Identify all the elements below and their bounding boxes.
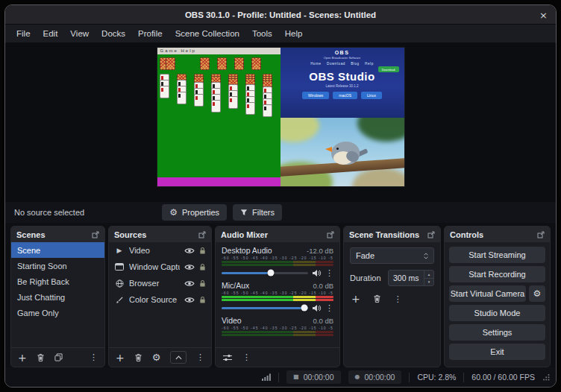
controls-dock-title: Controls <box>450 230 483 239</box>
card-column <box>177 74 187 104</box>
add-transition-button[interactable]: + <box>351 294 360 304</box>
eye-icon[interactable] <box>184 280 195 287</box>
card-column <box>160 74 169 98</box>
menu-item-view[interactable]: View <box>64 27 95 40</box>
transitions-dock-header[interactable]: Scene Transitions <box>344 227 440 242</box>
scenes-dock-title: Scenes <box>16 230 46 239</box>
volume-slider[interactable] <box>222 307 308 309</box>
properties-button[interactable]: ⚙ Properties <box>162 204 227 221</box>
source-row[interactable]: Color Source <box>109 291 211 308</box>
studio-mode-button[interactable]: Studio Mode <box>449 305 545 321</box>
speaker-icon[interactable] <box>312 269 322 277</box>
resize-grip-icon[interactable] <box>542 373 550 381</box>
remove-scene-button[interactable] <box>37 353 45 362</box>
settings-button[interactable]: Settings <box>449 324 545 341</box>
chevron-down-icon <box>421 252 431 260</box>
menu-item-docks[interactable]: Docks <box>95 27 131 40</box>
card-column <box>211 74 221 113</box>
spin-up-button[interactable]: ▴ <box>424 271 433 278</box>
lock-icon[interactable] <box>199 247 206 255</box>
remove-transition-button[interactable] <box>373 294 381 303</box>
advanced-audio-button[interactable] <box>222 353 233 362</box>
volume-slider[interactable] <box>222 272 308 274</box>
lock-icon[interactable] <box>199 279 206 288</box>
site-button-windows: Windows <box>302 92 329 99</box>
eye-icon[interactable] <box>184 297 195 303</box>
add-source-button[interactable]: + <box>116 353 125 363</box>
foliage-blob <box>357 118 404 142</box>
site-button-linux: Linux <box>361 92 382 99</box>
playing-card <box>263 104 272 117</box>
audio-mixer-dock-header[interactable]: Audio Mixer <box>216 227 339 242</box>
close-button[interactable]: × <box>539 5 548 25</box>
speaker-icon[interactable] <box>312 304 322 312</box>
spin-down-button[interactable]: ▾ <box>424 278 433 286</box>
menu-item-help[interactable]: Help <box>279 27 309 40</box>
lock-icon[interactable] <box>199 263 206 271</box>
transition-menu-button[interactable]: ⋮ <box>394 295 402 303</box>
virtual-camera-settings-button[interactable]: ⚙ <box>529 285 545 302</box>
scene-item[interactable]: Be Right Back <box>11 274 104 289</box>
menu-item-tools[interactable]: Tools <box>246 27 278 40</box>
filters-button[interactable]: Filters <box>233 204 282 221</box>
mixer-channel-video: Video 0.0 dB -60 -55 -50 -45 -40 -35 -30… <box>222 316 333 336</box>
status-bar: ■ 00:00:00 ● 00:00:00 CPU: 2.8% 60.00 / … <box>5 367 556 387</box>
duration-spinbox[interactable]: 300 ms ▴ ▾ <box>388 270 434 286</box>
source-row[interactable]: Browser <box>109 275 211 291</box>
scene-item[interactable]: Starting Soon <box>11 258 104 274</box>
channel-menu-button[interactable]: ⋮ <box>325 269 333 277</box>
scene-item[interactable]: Just Chatting <box>11 289 104 305</box>
title-bar[interactable]: OBS 30.1.0 - Profile: Untitled - Scenes:… <box>5 5 556 25</box>
scenes-menu-button[interactable]: ⋮ <box>90 353 98 361</box>
eye-icon[interactable] <box>184 247 195 254</box>
add-scene-button[interactable]: + <box>18 353 27 363</box>
playing-card <box>177 92 187 104</box>
mixer-channel-list: Desktop Audio -12.0 dB -60 -55 -50 -45 -… <box>216 242 339 340</box>
menu-item-file[interactable]: File <box>10 27 37 40</box>
source-row[interactable]: Window Captur <box>109 259 211 275</box>
exit-button[interactable]: Exit <box>449 344 545 360</box>
move-source-up-button[interactable] <box>170 351 187 364</box>
channel-menu-button[interactable]: ⋮ <box>325 304 333 312</box>
mixer-menu-button[interactable]: ⋮ <box>242 353 251 361</box>
transitions-dock-title: Scene Transitions <box>349 230 419 239</box>
popout-dock-icon <box>537 231 545 238</box>
scene-item-selected[interactable]: Scene <box>11 242 104 258</box>
source-properties-button[interactable]: ⚙ <box>152 352 161 363</box>
source-row[interactable]: ▶ Video <box>109 242 211 259</box>
controls-dock: Controls Start Streaming Start Recording… <box>444 226 551 367</box>
scene-item[interactable]: Game Only <box>11 305 104 320</box>
start-virtual-camera-button[interactable]: Start Virtual Camera <box>449 285 526 302</box>
bird-eye <box>336 148 339 150</box>
menu-item-edit[interactable]: Edit <box>37 27 64 40</box>
controls-dock-header[interactable]: Controls <box>445 227 550 242</box>
site-nav: Home Download Blog Help <box>280 62 404 66</box>
volume-ticks: -60 -55 -50 -45 -40 -35 -30 -25 -20 -15 … <box>222 326 333 330</box>
source-list: ▶ Video Window Captur <box>109 242 211 308</box>
sources-dock-header[interactable]: Sources <box>109 227 211 242</box>
start-streaming-button[interactable]: Start Streaming <box>449 247 545 263</box>
sources-menu-button[interactable]: ⋮ <box>196 353 204 361</box>
lock-icon[interactable] <box>199 296 206 304</box>
eye-icon[interactable] <box>184 264 195 271</box>
slider-knob[interactable] <box>301 305 308 312</box>
mixer-channel-mic-aux: Mic/Aux 0.0 dB -60 -55 -50 -45 -40 -35 -… <box>222 281 333 312</box>
menu-item-scene-collection[interactable]: Scene Collection <box>169 27 245 40</box>
bird-preview <box>280 118 404 186</box>
source-label: Browser <box>129 279 180 288</box>
preview-area: Game Help <box>5 42 556 202</box>
playing-card <box>228 96 238 109</box>
transition-selected-value: Fade <box>356 251 421 260</box>
source-label: Window Captur <box>129 262 180 271</box>
preview-canvas[interactable]: Game Help <box>157 48 404 186</box>
remove-source-button[interactable] <box>134 353 142 362</box>
start-recording-button[interactable]: Start Recording <box>449 266 545 282</box>
transition-select[interactable]: Fade <box>350 247 434 264</box>
duplicate-scene-button[interactable] <box>54 353 63 361</box>
menu-item-profile[interactable]: Profile <box>132 27 169 40</box>
slider-knob[interactable] <box>268 270 275 276</box>
recording-timer: ■ 00:00:00 <box>286 370 340 384</box>
scenes-dock-header[interactable]: Scenes <box>11 227 104 242</box>
popout-dock-icon <box>198 231 206 238</box>
media-source-icon: ▶ <box>114 247 125 254</box>
